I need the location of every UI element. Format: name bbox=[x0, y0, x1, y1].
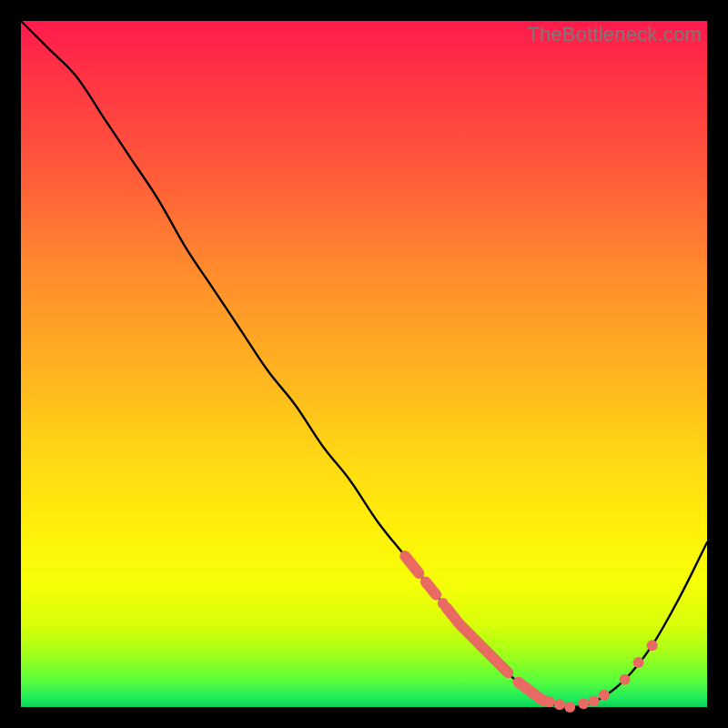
highlight-dot bbox=[633, 657, 644, 668]
highlight-dot bbox=[620, 674, 631, 685]
highlight-segment bbox=[446, 608, 508, 673]
highlight-segment bbox=[405, 556, 419, 573]
highlight-segment bbox=[426, 581, 436, 594]
highlight-segment bbox=[519, 682, 550, 703]
watermark-text: TheBottleneck.com bbox=[527, 23, 702, 46]
chart-svg bbox=[21, 21, 707, 707]
highlight-dot bbox=[564, 702, 575, 713]
chart-frame: TheBottleneck.com bbox=[21, 21, 707, 707]
highlight-dot bbox=[578, 698, 589, 709]
highlight-dots bbox=[438, 598, 658, 713]
highlight-dot bbox=[589, 695, 600, 706]
bottleneck-curve bbox=[21, 21, 707, 707]
highlight-dot bbox=[647, 640, 658, 651]
highlight-dot bbox=[599, 690, 610, 701]
highlight-dot bbox=[554, 699, 565, 710]
highlight-segments bbox=[405, 556, 549, 702]
highlight-dot bbox=[438, 598, 449, 609]
